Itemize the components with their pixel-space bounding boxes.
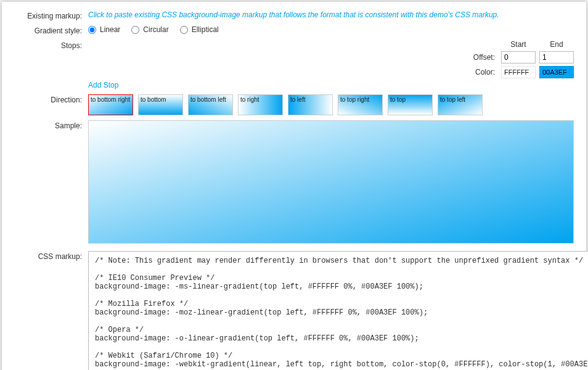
radio-circular-input[interactable] [131, 26, 139, 34]
stops-row-offset-label: Offset: [88, 53, 497, 62]
direction-thumb-label: to bottom [141, 96, 166, 103]
existing-markup-link[interactable]: Click to paste existing CSS background-i… [88, 10, 499, 19]
direction-label: Direction: [2, 94, 88, 104]
direction-thumb-to-bottom[interactable]: to bottom [138, 94, 183, 115]
direction-thumb-to-right[interactable]: to right [238, 94, 283, 115]
offset-start-input[interactable] [501, 51, 536, 64]
color-end-text: 00A3EF [542, 68, 567, 76]
direction-thumb-label: to top [390, 96, 406, 103]
direction-thumb-to-bottom-right[interactable]: to bottom right [88, 94, 133, 115]
add-stop-link[interactable]: Add Stop [88, 81, 118, 89]
direction-thumb-to-top-left[interactable]: to top left [438, 94, 483, 115]
sample-preview [88, 120, 574, 244]
color-start-text: FFFFFF [504, 68, 529, 76]
css-output-textarea[interactable]: /* Note: This gradient may render differ… [88, 251, 588, 370]
stops-hd-end: End [539, 40, 574, 49]
direction-thumb-to-top-right[interactable]: to top right [338, 94, 383, 115]
gradient-style-label: Gradient style: [2, 25, 88, 35]
direction-thumb-to-top[interactable]: to top [388, 94, 433, 115]
radio-circular[interactable]: Circular [131, 25, 168, 34]
direction-thumb-to-left[interactable]: to left [288, 94, 333, 115]
stops-label: Stops: [2, 40, 88, 50]
offset-end-input[interactable] [539, 51, 574, 64]
radio-linear[interactable]: Linear [88, 25, 120, 34]
existing-markup-label: Existing markup: [2, 10, 88, 20]
color-start-swatch[interactable]: FFFFFF [501, 66, 536, 78]
direction-thumb-label: to bottom left [190, 96, 226, 103]
color-end-swatch[interactable]: 00A3EF [539, 66, 574, 78]
css-markup-label: CSS markup: [2, 251, 88, 261]
direction-thumb-label: to top left [440, 96, 465, 103]
sample-label: Sample: [2, 120, 88, 130]
direction-thumb-label: to right [240, 96, 259, 103]
direction-thumbnails: to bottom rightto bottomto bottom leftto… [88, 94, 574, 115]
radio-elliptical-text: Elliptical [192, 25, 219, 34]
radio-circular-text: Circular [143, 25, 168, 34]
radio-elliptical[interactable]: Elliptical [180, 25, 219, 34]
stops-row-color-label: Color: [88, 68, 497, 76]
direction-thumb-label: to top right [340, 96, 369, 103]
direction-thumb-to-bottom-left[interactable]: to bottom left [188, 94, 233, 115]
direction-thumb-label: to bottom right [91, 96, 130, 103]
radio-linear-text: Linear [100, 25, 120, 34]
radio-elliptical-input[interactable] [180, 26, 188, 34]
stops-hd-start: Start [501, 40, 536, 49]
radio-linear-input[interactable] [88, 26, 96, 34]
direction-thumb-label: to left [290, 96, 305, 103]
gradient-maker-panel: Existing markup: Click to paste existing… [2, 2, 586, 370]
